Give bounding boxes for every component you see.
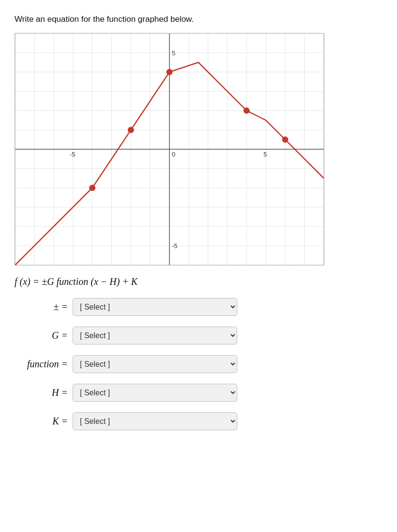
graph-svg: 0 -5 5 5 -5 — [15, 33, 324, 265]
svg-text:5: 5 — [172, 49, 175, 57]
svg-point-37 — [244, 108, 249, 113]
param-select-G[interactable]: [ Select ] — [73, 327, 237, 344]
formula-text: f (x) = ±G function (x − H) + K — [15, 276, 382, 287]
param-label-fn: function = — [15, 359, 68, 370]
svg-text:-5: -5 — [172, 242, 178, 250]
param-label-G: G = — [15, 330, 68, 341]
param-select-pm[interactable]: [ Select ] — [73, 298, 237, 316]
svg-text:-5: -5 — [70, 151, 76, 158]
graph-container: 0 -5 5 5 -5 — [15, 33, 324, 266]
param-label-H: H = — [15, 387, 68, 398]
param-row-K: K =[ Select ] — [15, 412, 382, 430]
svg-point-34 — [90, 185, 95, 191]
svg-text:0: 0 — [172, 151, 175, 158]
svg-point-38 — [282, 137, 288, 142]
param-row-G: G =[ Select ] — [15, 327, 382, 344]
instruction-text: Write an equation for the function graph… — [15, 15, 382, 24]
param-select-H[interactable]: [ Select ] — [73, 384, 237, 402]
param-select-fn[interactable]: [ Select ] — [73, 355, 237, 373]
param-select-K[interactable]: [ Select ] — [73, 412, 237, 430]
svg-point-36 — [167, 69, 172, 75]
param-label-pm: ± = — [15, 301, 68, 313]
param-row-pm: ± =[ Select ] — [15, 298, 382, 316]
param-row-H: H =[ Select ] — [15, 384, 382, 402]
params-container: ± =[ Select ]G =[ Select ]function =[ Se… — [15, 298, 382, 430]
svg-point-35 — [128, 127, 134, 133]
param-row-fn: function =[ Select ] — [15, 355, 382, 373]
svg-text:5: 5 — [263, 151, 267, 158]
param-label-K: K = — [15, 416, 68, 427]
